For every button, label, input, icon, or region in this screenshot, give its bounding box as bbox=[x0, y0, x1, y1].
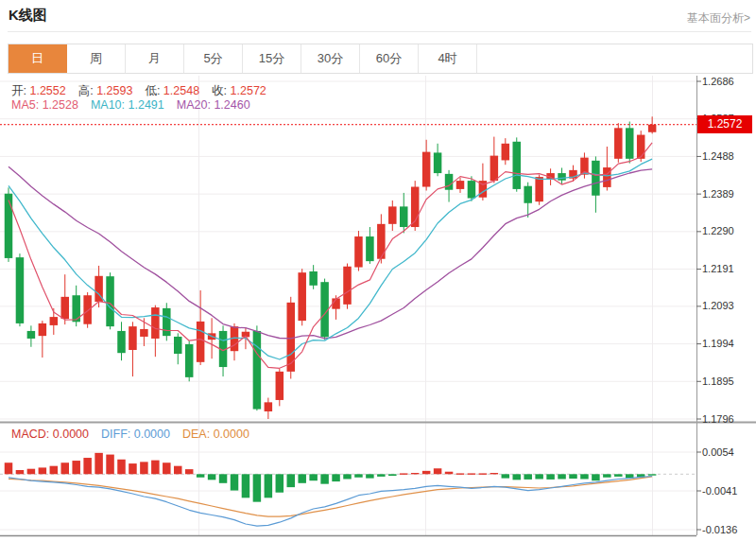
y-axis-label: -0.0136 bbox=[702, 524, 754, 536]
legend-item: DEA: 0.0000 bbox=[182, 428, 249, 441]
y-axis-label: 0.0054 bbox=[702, 446, 754, 459]
current-price-badge: 1.2572 bbox=[697, 115, 752, 133]
y-axis-label: 1.2093 bbox=[702, 300, 754, 312]
legend-item: 高: 1.2593 bbox=[78, 84, 133, 97]
y-axis-label: 1.2488 bbox=[702, 150, 754, 163]
y-axis-label: 1.1796 bbox=[702, 413, 754, 426]
ma-legend: MA5: 1.2528MA10: 1.2491MA20: 1.2460 bbox=[11, 98, 263, 112]
legend-item: 收: 1.2572 bbox=[212, 84, 266, 97]
y-axis-label: 1.2686 bbox=[702, 76, 754, 88]
candlestick-chart-canvas[interactable] bbox=[0, 0, 756, 541]
legend-item: MACD: 0.0000 bbox=[11, 428, 89, 441]
legend-item: 开: 1.2552 bbox=[11, 84, 66, 97]
y-axis-label: 1.1994 bbox=[702, 338, 754, 350]
legend-item: 低: 1.2548 bbox=[145, 84, 199, 97]
macd-legend: MACD: 0.0000DIFF: 0.0000DEA: 0.0000 bbox=[11, 428, 262, 441]
y-axis-label: 1.1895 bbox=[702, 375, 754, 388]
y-axis-label: -0.0041 bbox=[702, 485, 754, 497]
legend-item: MA10: 1.2491 bbox=[91, 98, 164, 112]
y-axis-label: 1.2290 bbox=[702, 225, 754, 237]
kline-widget: K线图 基本面分析> 日周月5分15分30分60分4时 开: 1.2552高: … bbox=[0, 0, 756, 541]
legend-item: DIFF: 0.0000 bbox=[101, 428, 170, 441]
ohlc-legend: 开: 1.2552高: 1.2593低: 1.2548收: 1.2572 bbox=[11, 83, 279, 99]
legend-item: MA5: 1.2528 bbox=[11, 98, 78, 112]
y-axis-label: 1.2191 bbox=[702, 263, 754, 275]
y-axis-label: 1.2389 bbox=[702, 188, 754, 201]
legend-item: MA20: 1.2460 bbox=[177, 98, 250, 112]
